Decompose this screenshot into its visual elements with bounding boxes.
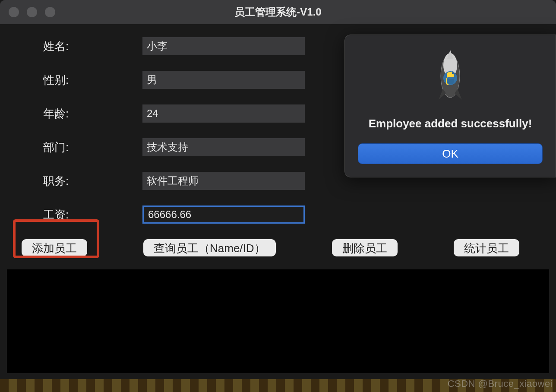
window-controls	[9, 7, 55, 17]
dialog-message: Employee added successfully!	[358, 117, 543, 130]
success-dialog: Employee added successfully! OK	[344, 35, 556, 177]
stats-employee-button[interactable]: 统计员工	[454, 239, 519, 256]
label-name: 姓名:	[43, 39, 142, 54]
input-department[interactable]	[142, 138, 305, 156]
python-rocket-icon	[435, 48, 465, 104]
titlebar: 员工管理系统-V1.0	[0, 0, 556, 24]
delete-employee-button[interactable]: 删除员工	[332, 239, 398, 256]
form-row-salary: 工资:	[43, 205, 552, 224]
input-name[interactable]	[142, 37, 305, 55]
maximize-icon[interactable]	[45, 7, 55, 17]
input-position[interactable]	[142, 172, 305, 190]
close-icon[interactable]	[9, 7, 19, 17]
minimize-icon[interactable]	[27, 7, 37, 17]
query-employee-button[interactable]: 查询员工（Name/ID）	[143, 239, 276, 256]
watermark: CSDN @Bruce_xiaowei	[448, 378, 553, 389]
output-panel[interactable]	[7, 269, 549, 373]
input-age[interactable]	[142, 104, 305, 123]
input-salary[interactable]	[142, 205, 305, 224]
label-gender: 性别:	[43, 73, 142, 88]
add-employee-button[interactable]: 添加员工	[22, 239, 87, 256]
label-salary: 工资:	[43, 207, 142, 222]
label-position: 职务:	[43, 174, 142, 189]
input-gender[interactable]	[142, 71, 305, 89]
window-title: 员工管理系统-V1.0	[234, 5, 321, 19]
label-department: 部门:	[43, 140, 142, 155]
ok-button[interactable]: OK	[358, 143, 543, 164]
label-age: 年龄:	[43, 106, 142, 121]
button-row: 添加员工 查询员工（Name/ID） 删除员工 统计员工	[4, 239, 552, 256]
